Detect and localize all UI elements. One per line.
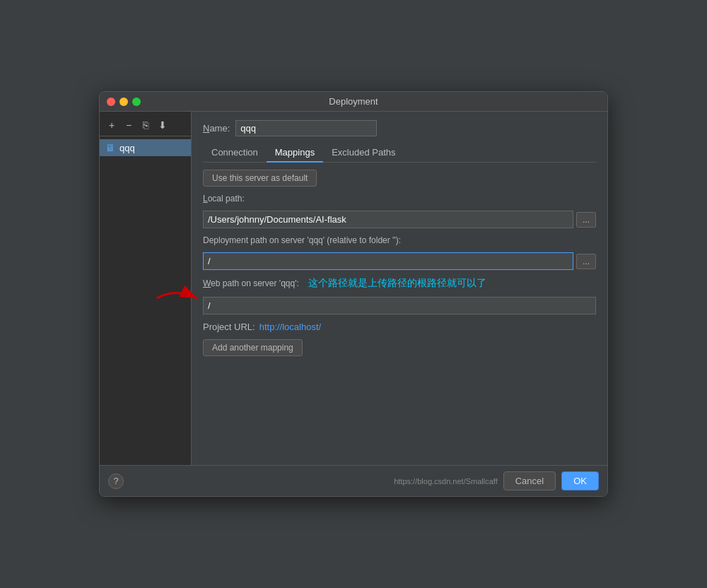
deployment-path-section: Deployment path on server 'qqq' (relativ… [203, 235, 596, 270]
window-controls [107, 98, 141, 106]
titlebar: Deployment [100, 92, 607, 112]
local-path-browse-button[interactable]: ... [576, 212, 596, 228]
local-path-row: ... [203, 211, 596, 228]
deployment-window: Deployment + − ⎘ ⬇ 🖥 qqq Name: [99, 91, 608, 497]
add-mapping-section: Add another mapping [203, 339, 596, 356]
ok-button[interactable]: OK [561, 471, 599, 490]
sidebar-item-qqq[interactable]: 🖥 qqq [100, 139, 191, 156]
sidebar-item-label: qqq [119, 143, 135, 153]
remove-server-button[interactable]: − [121, 117, 136, 133]
deployment-path-browse-button[interactable]: ... [576, 254, 596, 269]
local-path-section: Local path: ... [203, 194, 596, 228]
cancel-button[interactable]: Cancel [503, 471, 556, 490]
window-body: + − ⎘ ⬇ 🖥 qqq Name: Connection Mappings … [100, 112, 607, 465]
tabs: Connection Mappings Excluded Paths [203, 143, 596, 163]
deployment-path-input[interactable] [203, 252, 573, 270]
web-path-label: Web path on server 'qqq': 这个路径就是上传路径的根路径… [203, 277, 596, 290]
window-title: Deployment [329, 96, 378, 107]
name-input[interactable] [235, 120, 377, 136]
local-path-input[interactable] [203, 211, 573, 228]
project-url-link[interactable]: http://localhost/ [259, 322, 321, 332]
close-button[interactable] [107, 98, 115, 106]
name-row: Name: [203, 120, 596, 136]
name-label: Name: [203, 123, 230, 134]
tab-excluded-paths[interactable]: Excluded Paths [323, 143, 404, 163]
help-button[interactable]: ? [108, 474, 124, 489]
deployment-path-label: Deployment path on server 'qqq' (relativ… [203, 235, 596, 245]
project-url-label: Project URL: [203, 322, 255, 332]
project-url-row: Project URL: http://localhost/ [203, 322, 596, 332]
footer-link: https://blog.csdn.net/Smallcaff [394, 477, 498, 486]
sidebar: + − ⎘ ⬇ 🖥 qqq [100, 112, 192, 465]
add-mapping-button[interactable]: Add another mapping [203, 339, 303, 356]
tab-connection[interactable]: Connection [203, 143, 267, 163]
server-icon: 🖥 [105, 142, 115, 153]
window-footer: ? https://blog.csdn.net/Smallcaff Cancel… [100, 465, 607, 496]
sidebar-toolbar: + − ⎘ ⬇ [100, 114, 191, 136]
move-server-button[interactable]: ⬇ [155, 117, 170, 133]
local-path-label: Local path: [203, 194, 596, 204]
main-content: Name: Connection Mappings Excluded Paths… [192, 112, 607, 465]
minimize-button[interactable] [119, 98, 128, 106]
annotation-text: 这个路径就是上传路径的根路径就可以了 [308, 277, 486, 288]
tab-mappings[interactable]: Mappings [267, 143, 323, 163]
maximize-button[interactable] [132, 98, 141, 106]
use-default-button[interactable]: Use this server as default [203, 170, 317, 187]
default-section: Use this server as default [203, 170, 596, 187]
web-path-input[interactable] [203, 297, 596, 314]
deployment-path-row: ... [203, 252, 596, 270]
copy-server-button[interactable]: ⎘ [138, 117, 153, 133]
footer-right: https://blog.csdn.net/Smallcaff Cancel O… [394, 471, 599, 490]
web-path-row [203, 297, 596, 314]
add-server-button[interactable]: + [104, 117, 119, 133]
web-path-section: Web path on server 'qqq': 这个路径就是上传路径的根路径… [203, 277, 596, 314]
